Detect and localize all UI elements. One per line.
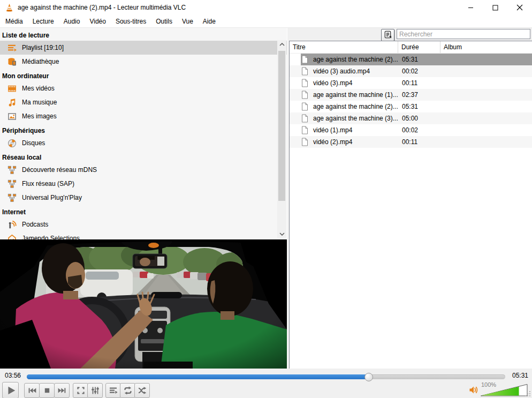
list-view-icon bbox=[384, 31, 392, 40]
cell-title: age against the machine (1).... bbox=[290, 89, 398, 101]
scroll-down-icon[interactable] bbox=[277, 230, 286, 238]
seek-handle[interactable] bbox=[364, 373, 373, 381]
equalizer-icon bbox=[90, 386, 100, 395]
network-icon bbox=[7, 193, 17, 202]
menu-item-m-dia[interactable]: Média bbox=[1, 16, 28, 27]
equalizer-button[interactable] bbox=[87, 383, 103, 398]
track-title: age against the machine (2).... bbox=[313, 56, 398, 63]
disc-icon bbox=[7, 138, 17, 148]
sidebar-item-podcasts[interactable]: Podcasts bbox=[0, 217, 287, 231]
menu-item-vue[interactable]: Vue bbox=[177, 16, 198, 27]
playlist-row[interactable]: vidéo (2).mp400:11 bbox=[290, 136, 532, 148]
music-icon bbox=[7, 97, 17, 107]
cell-title: vidéo (3) audio.mp4 bbox=[290, 65, 398, 77]
next-button[interactable] bbox=[54, 383, 70, 398]
sidebar-item-mes-vid-os[interactable]: Mes vidéos bbox=[0, 81, 287, 95]
jamendo-icon bbox=[7, 234, 17, 239]
shuffle-button[interactable] bbox=[134, 383, 150, 398]
cell-duration: 05:31 bbox=[398, 101, 440, 112]
playlist-table: Titre Durée Album age against the machin… bbox=[289, 41, 532, 369]
sidebar-item-disques[interactable]: Disques bbox=[0, 136, 287, 150]
file-icon bbox=[301, 79, 309, 87]
menu-item-sous-titres[interactable]: Sous-titres bbox=[111, 16, 151, 27]
sidebar-section-mon-ordinateur: Mon ordinateur bbox=[0, 69, 287, 81]
column-header-duration[interactable]: Durée bbox=[398, 41, 440, 53]
speaker-icon[interactable] bbox=[469, 385, 480, 395]
fullscreen-button[interactable] bbox=[73, 383, 88, 398]
menu-item-audio[interactable]: Audio bbox=[59, 16, 85, 27]
track-title: age against the machine (2).... bbox=[313, 103, 398, 110]
titlebar: age against the machine (2).mp4 - Lecteu… bbox=[0, 0, 532, 15]
column-header-album[interactable]: Album bbox=[440, 41, 532, 53]
column-header-title[interactable]: Titre bbox=[290, 41, 398, 53]
next-icon bbox=[57, 386, 67, 395]
cell-album bbox=[440, 101, 532, 112]
minimize-icon bbox=[468, 5, 474, 11]
sidebar-item-playlist-19-10[interactable]: Playlist [19:10] bbox=[0, 41, 287, 55]
sidebar-item-d-couverte-r-seau-mdns[interactable]: Découverte réseau mDNS bbox=[0, 163, 287, 177]
menu-item-lecture[interactable]: Lecture bbox=[28, 16, 59, 27]
close-button[interactable] bbox=[507, 0, 532, 15]
shuffle-icon bbox=[138, 386, 147, 395]
cell-title: vidéo (1).mp4 bbox=[290, 124, 398, 136]
playlist-row[interactable]: age against the machine (1)....02:37 bbox=[290, 89, 532, 101]
podcast-icon bbox=[7, 220, 17, 229]
file-icon bbox=[301, 138, 309, 146]
loop-button[interactable] bbox=[120, 383, 135, 398]
sidebar-item-flux-r-seau-sap[interactable]: Flux réseau (SAP) bbox=[0, 177, 287, 191]
sidebar-item-universal-plug-n-play[interactable]: Universal Plug'n'Play bbox=[0, 191, 287, 205]
sidebar-item-label: Flux réseau (SAP) bbox=[22, 180, 74, 187]
cell-album bbox=[440, 77, 532, 89]
window-title: age against the machine (2).mp4 - Lecteu… bbox=[18, 4, 186, 11]
scroll-up-icon[interactable] bbox=[277, 40, 286, 49]
sidebar-scrollbar[interactable] bbox=[277, 40, 286, 238]
file-icon bbox=[301, 102, 309, 111]
playlist-row[interactable]: age against the machine (2)....05:31 bbox=[290, 54, 532, 65]
file-icon bbox=[301, 126, 309, 134]
play-button[interactable] bbox=[2, 382, 19, 398]
search-input[interactable] bbox=[397, 29, 530, 39]
media-library-icon bbox=[7, 57, 17, 66]
view-mode-button[interactable] bbox=[381, 29, 394, 41]
sidebar-item-mes-images[interactable]: Mes images bbox=[0, 109, 287, 123]
menubar: MédiaLectureAudioVidéoSous-titresOutilsV… bbox=[0, 15, 532, 28]
resize-grip-icon[interactable] bbox=[525, 391, 531, 397]
play-icon bbox=[5, 385, 17, 396]
playlist-row[interactable]: vidéo (1).mp400:02 bbox=[290, 124, 532, 136]
sidebar-section-r-seau-local: Réseau local bbox=[0, 150, 287, 163]
sidebar-item-jamendo-selections[interactable]: Jamendo Selections bbox=[0, 231, 287, 239]
playlist-toggle-icon bbox=[109, 386, 118, 395]
seek-slider[interactable] bbox=[27, 373, 505, 381]
playlist-icon bbox=[7, 43, 17, 52]
network-icon bbox=[7, 165, 17, 175]
volume-slider[interactable] bbox=[481, 384, 528, 396]
cell-duration: 05:31 bbox=[398, 54, 440, 65]
current-time: 03:56 bbox=[5, 372, 21, 379]
menu-item-vid-o[interactable]: Vidéo bbox=[85, 16, 110, 27]
playlist-row[interactable]: age against the machine (2)....05:31 bbox=[290, 101, 532, 112]
playlist-row[interactable]: vidéo (3).mp400:11 bbox=[290, 77, 532, 89]
sidebar-item-m-diath-que[interactable]: Médiathèque bbox=[0, 55, 287, 69]
sidebar: Liste de lecturePlaylist [19:10]Médiathè… bbox=[0, 28, 287, 239]
minimize-button[interactable] bbox=[458, 0, 483, 15]
scrollbar-thumb[interactable] bbox=[278, 51, 285, 201]
cell-duration: 02:37 bbox=[398, 89, 440, 101]
cell-duration: 00:02 bbox=[398, 124, 440, 136]
close-icon bbox=[516, 4, 523, 11]
video-display[interactable] bbox=[0, 239, 287, 369]
sidebar-item-label: Mes images bbox=[22, 112, 57, 120]
sidebar-section-internet: Internet bbox=[0, 205, 287, 217]
cell-duration: 00:02 bbox=[398, 65, 440, 77]
stop-button[interactable] bbox=[39, 383, 55, 398]
cell-duration: 00:11 bbox=[398, 77, 440, 89]
sidebar-item-ma-musique[interactable]: Ma musique bbox=[0, 95, 287, 109]
menu-item-aide[interactable]: Aide bbox=[198, 16, 221, 27]
previous-button[interactable] bbox=[24, 383, 40, 398]
cell-duration: 05:00 bbox=[398, 112, 440, 124]
playlist-row[interactable]: vidéo (3) audio.mp400:02 bbox=[290, 65, 532, 77]
playlist-button[interactable] bbox=[105, 383, 121, 398]
maximize-button[interactable] bbox=[483, 0, 507, 15]
menu-item-outils[interactable]: Outils bbox=[151, 16, 177, 27]
cell-album bbox=[440, 65, 532, 77]
playlist-row[interactable]: age against the machine (3)....05:00 bbox=[290, 112, 532, 124]
